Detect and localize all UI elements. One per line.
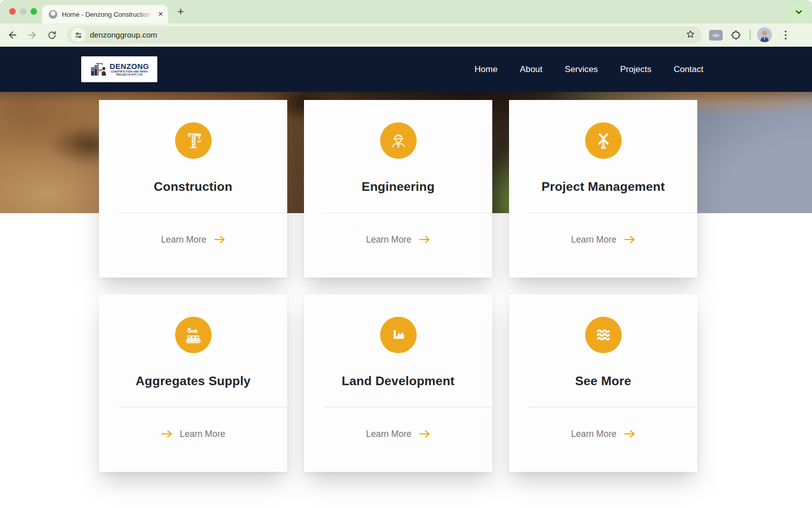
reload-icon [47, 30, 57, 41]
tower-crane-icon [183, 130, 204, 151]
engineer-icon [388, 130, 409, 151]
nav-item-services[interactable]: Services [565, 64, 598, 75]
arrow-right-icon [624, 235, 635, 244]
logo-text: DENZONG CONSTRUCTION AND INFRA PROJECTS … [110, 62, 149, 77]
toolbar-separator [750, 30, 751, 40]
service-icon-circle [175, 122, 212, 159]
arrow-right-icon [419, 430, 430, 438]
learn-more-label: Learn More [571, 234, 617, 245]
new-tab-button[interactable]: + [174, 5, 188, 19]
arrow-right-icon [214, 235, 225, 244]
tab-favicon-icon [49, 10, 57, 19]
url-text: denzonggroup.com [90, 30, 685, 40]
learn-more-label: Learn More [161, 234, 207, 245]
service-title: Construction [99, 180, 287, 194]
arrow-right-icon [161, 430, 173, 438]
browser-tab[interactable]: Home - Denzong Construction × [42, 5, 168, 23]
learn-more-link[interactable]: Learn More [304, 428, 492, 440]
learn-more-link[interactable]: Learn More [509, 428, 697, 440]
area-chart-icon [388, 324, 409, 346]
site-logo[interactable]: DENZONG CONSTRUCTION AND INFRA PROJECTS … [81, 56, 157, 82]
service-title: Project Management [509, 180, 697, 194]
brand-name: DENZONG [110, 62, 149, 71]
service-icon-circle [585, 317, 622, 353]
browser-window: Home - Denzong Construction × + [0, 0, 812, 508]
back-button[interactable] [5, 27, 20, 43]
forward-button[interactable] [24, 27, 40, 43]
card-divider [528, 407, 697, 408]
learn-more-link[interactable]: Learn More [509, 233, 697, 246]
reload-button[interactable] [44, 27, 59, 43]
site-header: DENZONG CONSTRUCTION AND INFRA PROJECTS … [0, 47, 812, 92]
service-card-engineering: Engineering Learn More [304, 100, 492, 278]
service-title: See More [509, 374, 697, 388]
service-icon-circle [380, 317, 417, 353]
star-icon [685, 29, 696, 40]
tab-strip: Home - Denzong Construction × + [0, 0, 812, 23]
nav-item-about[interactable]: About [520, 64, 542, 75]
fullscreen-window-button[interactable] [30, 8, 37, 15]
nav-item-projects[interactable]: Projects [620, 64, 651, 75]
service-card-land-development: Land Development Learn More [304, 294, 492, 472]
tab-close-icon[interactable]: × [158, 10, 163, 18]
close-window-button[interactable] [9, 8, 16, 15]
card-divider [528, 213, 697, 213]
forward-arrow-icon [26, 29, 38, 41]
card-divider [323, 407, 492, 408]
card-divider [118, 407, 287, 408]
learn-more-label: Learn More [571, 429, 617, 439]
back-arrow-icon [7, 29, 18, 41]
nav-item-home[interactable]: Home [475, 64, 497, 75]
card-divider [118, 213, 287, 213]
browser-toolbar: denzonggroup.com </> [0, 23, 812, 47]
service-title: Aggregates Supply [99, 374, 287, 388]
construction-logo-icon [89, 61, 108, 78]
service-card-aggregates-supply: Aggregates Supply Learn More [99, 294, 287, 472]
site-settings-button[interactable] [71, 28, 85, 42]
learn-more-label: Learn More [366, 234, 412, 245]
avatar-photo [757, 27, 772, 42]
page-content: DENZONG CONSTRUCTION AND INFRA PROJECTS … [0, 47, 812, 508]
learn-more-link[interactable]: Learn More [304, 233, 492, 246]
learn-more-link[interactable]: Learn More [99, 428, 287, 440]
chevron-down-icon [795, 10, 802, 15]
service-title: Engineering [304, 180, 492, 194]
bookmark-star-button[interactable] [685, 29, 696, 42]
service-icon-circle [585, 122, 622, 159]
code-extension-button[interactable]: </> [709, 30, 723, 41]
puzzle-icon [730, 29, 741, 41]
tune-icon [74, 31, 83, 40]
wind-turbine-icon [593, 130, 614, 151]
learn-more-label: Learn More [180, 429, 225, 439]
extensions-button[interactable] [729, 28, 743, 42]
kebab-menu-icon [785, 30, 787, 40]
main-navigation: Home About Services Projects Contact [475, 47, 703, 92]
brand-tagline-2: PROJECTS PVT LTD [116, 74, 143, 77]
arrow-right-icon [624, 430, 635, 438]
conveyor-icon [183, 324, 204, 346]
card-divider [323, 213, 492, 213]
browser-menu-button[interactable] [779, 28, 793, 42]
service-icon-circle [175, 317, 212, 353]
profile-avatar[interactable] [757, 27, 772, 42]
address-bar[interactable]: denzonggroup.com [67, 26, 702, 44]
tab-title: Home - Denzong Construction [62, 11, 156, 18]
minimize-window-button[interactable] [20, 8, 26, 15]
waves-icon [593, 324, 614, 346]
service-card-construction: Construction Learn More [99, 100, 287, 278]
arrow-right-icon [419, 235, 430, 244]
learn-more-link[interactable]: Learn More [99, 233, 287, 246]
service-title: Land Development [304, 374, 492, 388]
service-card-see-more: See More Learn More [509, 294, 697, 472]
service-card-project-management: Project Management Learn More [509, 100, 697, 278]
tab-search-button[interactable] [791, 4, 806, 20]
window-controls [9, 8, 37, 15]
nav-item-contact[interactable]: Contact [673, 64, 703, 75]
learn-more-label: Learn More [366, 429, 412, 439]
service-icon-circle [380, 122, 417, 159]
